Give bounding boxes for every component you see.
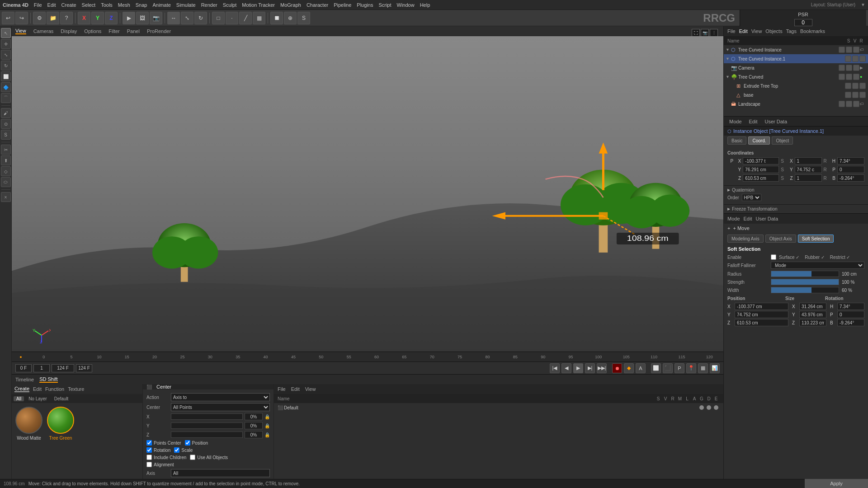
menu-motion-tracker[interactable]: Motion Tracker <box>242 2 275 8</box>
points-center-checkbox[interactable] <box>146 440 152 446</box>
next-frame-button[interactable]: ▶| <box>585 363 595 373</box>
edge-mode[interactable]: ╱ <box>239 12 252 24</box>
obj-check-cam-v[interactable] <box>846 65 852 71</box>
obj-row-camera[interactable]: 📷 Camera ▶ <box>724 63 868 72</box>
quaternion-header[interactable]: ▶ Quaternion <box>727 188 864 192</box>
move-tool[interactable]: ↔ <box>167 12 180 24</box>
mat-tab-texture[interactable]: Texture <box>68 386 84 392</box>
scene-row-default[interactable]: ⬛ Default <box>274 403 723 412</box>
axis-panel-tab-center[interactable]: Center <box>156 384 171 389</box>
timeline-btn-6[interactable]: 📊 <box>710 363 720 373</box>
menu-select[interactable]: Select <box>82 2 96 8</box>
keyframe-button[interactable]: ◆ <box>624 363 634 373</box>
obj-check-s-1[interactable] <box>845 56 851 62</box>
viewport-3d[interactable]: Perspective RRCG RRCG RRCG 人人素材 人人素材 <box>12 36 723 352</box>
menu-pipeline[interactable]: Pipeline <box>334 2 351 8</box>
timeline-track[interactable]: 0 5 10 15 20 25 30 35 40 45 50 55 60 65 … <box>30 355 723 359</box>
vp-dots[interactable]: ⋮ <box>710 29 718 37</box>
record-button[interactable]: ⏺ <box>612 363 622 373</box>
z-axis-bar[interactable] <box>171 432 243 438</box>
frame-start-input[interactable] <box>33 364 50 372</box>
center-select[interactable]: All Points <box>171 403 270 411</box>
render-settings-button[interactable]: ⚙ <box>33 12 46 24</box>
obj-check-tc-s[interactable] <box>839 74 845 80</box>
ss-header-user-data[interactable]: User Data <box>756 216 778 221</box>
wood-matte-ball[interactable] <box>15 407 42 434</box>
menu-character[interactable]: Character <box>307 2 328 8</box>
help-button[interactable]: ? <box>60 12 73 24</box>
scale-tool[interactable]: ⤡ <box>181 12 193 24</box>
coord-sx-input[interactable] <box>795 157 822 164</box>
go-end-button[interactable]: ▶▶| <box>597 363 607 373</box>
coord-rb-input[interactable] <box>837 174 864 182</box>
menu-render[interactable]: Render <box>201 2 217 8</box>
use-all-objects-checkbox[interactable] <box>190 455 195 460</box>
obj-check-base-v[interactable] <box>852 92 859 98</box>
vp-tab-options[interactable]: Options <box>84 28 101 34</box>
om-tab-tags[interactable]: Tags <box>786 28 797 34</box>
ss-header-edit[interactable]: Edit <box>744 216 752 221</box>
auto-key-button[interactable]: A <box>636 363 646 373</box>
timeline-btn-5[interactable]: ▦ <box>698 363 708 373</box>
om-tab-objects[interactable]: Objects <box>765 28 782 34</box>
props-basic-tab[interactable]: Basic <box>727 136 746 145</box>
obj-check-land-s[interactable] <box>839 101 845 107</box>
vp-tab-display[interactable]: Display <box>61 28 77 34</box>
sp-tab-edit[interactable]: Edit <box>291 386 300 392</box>
tab-sd-shift[interactable]: SD Shift <box>39 376 57 383</box>
vp-tab-filter[interactable]: Filter <box>108 28 119 34</box>
tool-rotate2[interactable]: ↻ <box>1 61 11 70</box>
ss-radius-bar[interactable] <box>771 271 839 277</box>
material-wood-matte[interactable]: Wood Matte <box>15 407 42 441</box>
frame-end-input[interactable] <box>52 364 74 372</box>
obj-check-base-r[interactable] <box>859 92 866 98</box>
obj-check-r[interactable] <box>853 47 859 53</box>
prev-frame-button[interactable]: ◀ <box>561 363 571 373</box>
obj-check-ett-s[interactable] <box>845 83 851 89</box>
menu-help[interactable]: Help <box>420 2 430 8</box>
vp-tab-cameras[interactable]: Cameras <box>33 28 54 34</box>
obj-check-cam-r[interactable] <box>853 65 859 71</box>
obj-check-cam-s[interactable] <box>839 65 845 71</box>
size-z-input[interactable] <box>799 319 826 326</box>
z-value-input[interactable] <box>245 431 263 438</box>
render-active[interactable]: 📷 <box>150 12 162 24</box>
tool-paint[interactable]: 🖌 <box>1 108 11 118</box>
snap-button[interactable]: 🔲 <box>270 12 283 24</box>
mat-tab-create[interactable]: Create <box>14 386 29 392</box>
y-axis-bar[interactable] <box>171 422 243 429</box>
props-tab-user-data[interactable]: User Data <box>763 117 789 127</box>
poly-mode[interactable]: ▦ <box>253 12 265 24</box>
rotate-tool[interactable]: ↻ <box>194 12 207 24</box>
tool-scale2[interactable]: ⤡ <box>1 50 11 60</box>
menu-tools[interactable]: Tools <box>101 2 113 8</box>
obj-row-tree-curved[interactable]: ▼ 🌳 Tree Curved ● <box>724 72 868 81</box>
tool-select[interactable]: ↖ <box>1 28 11 38</box>
action-select[interactable]: Axis to <box>171 393 270 401</box>
go-start-button[interactable]: |◀ <box>550 363 560 373</box>
props-tab-edit[interactable]: Edit <box>747 117 760 127</box>
sp-tab-file[interactable]: File <box>278 386 286 392</box>
menu-plugins[interactable]: Plugins <box>357 2 373 8</box>
undo-button[interactable]: ↩ <box>2 12 14 24</box>
solo-button[interactable]: S <box>297 12 310 24</box>
props-coord-tab[interactable]: Coord. <box>748 136 770 145</box>
om-tab-view[interactable]: View <box>751 28 762 34</box>
tool-move[interactable]: ✛ <box>1 39 11 49</box>
size-x-input[interactable] <box>799 303 826 310</box>
layout-dropdown[interactable]: ▼ <box>861 2 865 7</box>
render-button[interactable]: ▶ <box>123 12 135 24</box>
menu-snap[interactable]: Snap <box>136 2 147 8</box>
expand-icon-tc[interactable]: ▼ <box>726 75 731 79</box>
obj-row-landscape[interactable]: 🏔 Landscape 🏷 <box>724 99 868 108</box>
ss-width-bar[interactable] <box>771 287 839 293</box>
filter-default[interactable]: Default <box>52 396 71 401</box>
y-value-input[interactable] <box>245 422 263 429</box>
filter-all[interactable]: All <box>14 396 24 401</box>
obj-check-land-v[interactable] <box>846 101 852 107</box>
obj-check-land-r[interactable] <box>853 101 859 107</box>
menu-simulate[interactable]: Simulate <box>176 2 196 8</box>
object-mode[interactable]: □ <box>212 12 225 24</box>
props-tab-mode[interactable]: Mode <box>727 117 744 127</box>
timeline-btn-2[interactable]: ⬛ <box>663 363 673 373</box>
